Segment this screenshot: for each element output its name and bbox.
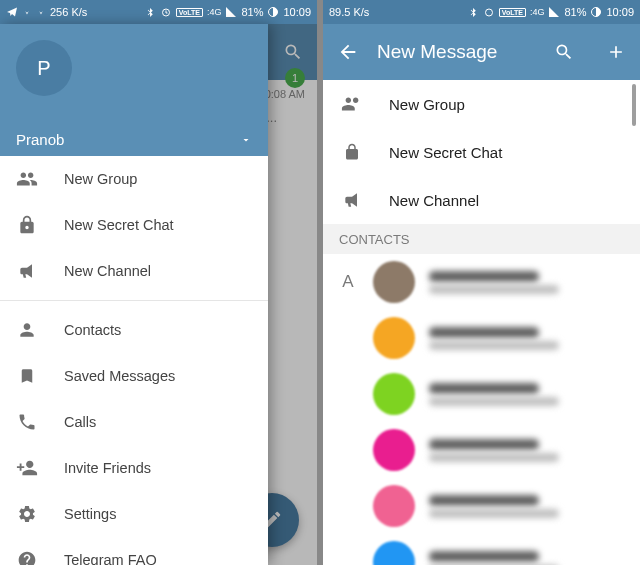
phone-icon: [17, 412, 37, 432]
menu-new-group[interactable]: New Group: [323, 80, 640, 128]
contact-avatar: [373, 429, 415, 471]
contact-status-blurred: [429, 453, 559, 462]
lock-icon: [343, 142, 361, 162]
drawer-label: Telegram FAQ: [64, 552, 157, 565]
page-title: New Message: [377, 41, 536, 63]
contact-name-blurred: [429, 383, 539, 394]
group-icon: [16, 168, 38, 190]
net-type: :4G: [530, 7, 545, 17]
bluetooth-icon: [468, 7, 479, 18]
battery-icon: [267, 6, 279, 18]
avatar-initial: P: [37, 57, 50, 80]
contact-name-blurred: [429, 327, 539, 338]
contact-status-blurred: [429, 397, 559, 406]
drawer-settings[interactable]: Settings: [0, 491, 268, 537]
alarm-icon: [160, 6, 172, 18]
bookmark-icon: [18, 366, 36, 386]
drawer-invite[interactable]: Invite Friends: [0, 445, 268, 491]
contact-avatar: [373, 373, 415, 415]
megaphone-icon: [342, 190, 362, 210]
contact-status-blurred: [429, 341, 559, 350]
menu-label: New Secret Chat: [389, 144, 502, 161]
contacts-section-header: CONTACTS: [323, 224, 640, 254]
bluetooth-icon: [145, 7, 156, 18]
download-icon: [36, 6, 46, 18]
gear-icon: [17, 504, 37, 524]
contact-info: [429, 495, 626, 518]
contact-row[interactable]: [323, 366, 640, 422]
drawer-calls[interactable]: Calls: [0, 399, 268, 445]
lock-icon: [17, 215, 37, 235]
contact-row[interactable]: [323, 478, 640, 534]
contact-name-blurred: [429, 271, 539, 282]
status-bar: 89.5 K/s VoLTE :4G 81% 10:09: [323, 0, 640, 24]
drawer-label: New Group: [64, 171, 137, 187]
profile-name: Pranob: [16, 131, 64, 148]
drawer-label: Calls: [64, 414, 96, 430]
phone-right: 89.5 K/s VoLTE :4G 81% 10:09 New Message…: [323, 0, 640, 565]
contact-status-blurred: [429, 509, 559, 518]
contact-avatar: [373, 317, 415, 359]
contact-row[interactable]: [323, 422, 640, 478]
plus-icon[interactable]: [606, 42, 626, 62]
contact-info: [429, 439, 626, 462]
drawer-header: P Pranob: [0, 24, 268, 156]
alarm-icon: [483, 6, 495, 18]
back-icon[interactable]: [337, 41, 359, 63]
contact-row[interactable]: [323, 310, 640, 366]
drawer-label: New Channel: [64, 263, 151, 279]
signal-icon: [225, 6, 237, 18]
drawer-label: Contacts: [64, 322, 121, 338]
search-icon[interactable]: [554, 42, 574, 62]
menu-new-secret[interactable]: New Secret Chat: [323, 128, 640, 176]
drawer-label: Invite Friends: [64, 460, 151, 476]
navigation-drawer: P Pranob New Group New Secret Chat New C…: [0, 24, 268, 565]
clock: 10:09: [283, 6, 311, 18]
contact-name-blurred: [429, 439, 539, 450]
contact-name-blurred: [429, 495, 539, 506]
contacts-list: A: [323, 254, 640, 565]
drawer-new-group[interactable]: New Group: [0, 156, 268, 202]
person-icon: [17, 320, 37, 340]
account-switcher[interactable]: Pranob: [16, 131, 252, 148]
megaphone-icon: [17, 261, 37, 281]
contact-name-blurred: [429, 551, 539, 562]
drawer-contacts[interactable]: Contacts: [0, 307, 268, 353]
divider: [0, 300, 268, 301]
net-type: :4G: [207, 7, 222, 17]
drawer-new-secret[interactable]: New Secret Chat: [0, 202, 268, 248]
drawer-new-channel[interactable]: New Channel: [0, 248, 268, 294]
chevron-down-icon: [240, 134, 252, 146]
section-label: CONTACTS: [339, 232, 410, 247]
drawer-faq[interactable]: Telegram FAQ: [0, 537, 268, 565]
svg-point-2: [485, 9, 492, 16]
contact-row[interactable]: [323, 534, 640, 565]
avatar[interactable]: P: [16, 40, 72, 96]
contact-row[interactable]: A: [323, 254, 640, 310]
signal-icon: [548, 6, 560, 18]
menu-label: New Group: [389, 96, 465, 113]
battery-pct: 81%: [241, 6, 263, 18]
menu-label: New Channel: [389, 192, 479, 209]
person-add-icon: [16, 457, 38, 479]
contact-status-blurred: [429, 285, 559, 294]
net-speed: 256 K/s: [50, 6, 87, 18]
menu-new-channel[interactable]: New Channel: [323, 176, 640, 224]
volte-badge: VoLTE: [176, 8, 203, 17]
alpha-index: A: [337, 272, 359, 292]
drawer-label: New Secret Chat: [64, 217, 174, 233]
contact-info: [429, 271, 626, 294]
help-icon: [17, 550, 37, 565]
status-bar: 256 K/s VoLTE :4G 81% 10:09: [0, 0, 317, 24]
battery-icon: [590, 6, 602, 18]
scrollbar[interactable]: [632, 84, 636, 126]
clock: 10:09: [606, 6, 634, 18]
contact-avatar: [373, 485, 415, 527]
contact-info: [429, 327, 626, 350]
drawer-label: Settings: [64, 506, 116, 522]
telegram-icon: [6, 6, 18, 18]
phone-left: 256 K/s VoLTE :4G 81% 10:09 10:08 AM s c…: [0, 0, 317, 565]
battery-pct: 81%: [564, 6, 586, 18]
contact-avatar: [373, 261, 415, 303]
drawer-saved[interactable]: Saved Messages: [0, 353, 268, 399]
